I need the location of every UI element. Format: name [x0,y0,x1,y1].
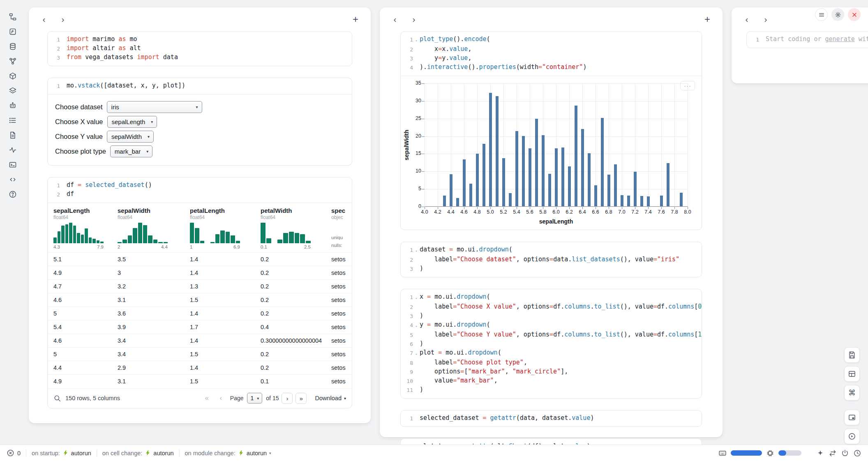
code-line[interactable]: 1mo.vstack([dataset, x, y, plot]) [48,81,352,90]
picture-in-picture-button[interactable] [844,410,860,425]
code-editor[interactable]: 1import marimo as mo2import altair as al… [48,32,352,66]
menu-button[interactable] [815,8,828,21]
code-line[interactable]: 5 label="Choose Y value", options=df.col… [401,330,702,339]
code-editor[interactable]: 1Start coding or generate with [747,32,868,48]
code-line[interactable]: 2 x=x.value, [401,45,702,54]
last-page-button[interactable]: » [295,393,307,404]
scroll-right-button[interactable]: › [760,13,772,25]
data-sources-icon[interactable] [7,40,19,53]
save-button[interactable] [844,347,860,363]
scratchpad-icon[interactable] [7,159,19,171]
table-row[interactable]: 4.93.11.50.1setos [48,375,352,388]
code-line[interactable]: 8 label="Choose plot type", [401,358,702,367]
autorun-cell-change-chip[interactable]: on cell change: autorun [102,450,174,456]
clock-icon[interactable] [853,449,861,457]
files-icon[interactable] [7,11,19,23]
code-line[interactable]: 3from vega_datasets import data [48,53,352,62]
compare-arrows-icon[interactable] [829,449,837,457]
table-row[interactable]: 5.13.51.40.2setos [48,253,352,266]
code-editor[interactable]: 1▾plot_type().encode(2 x=x.value,3 y=y.v… [401,32,702,76]
column-header[interactable]: sepalWidthfloat64 [113,203,186,221]
code-line[interactable]: 9 options=["mark_bar", "mark_circle"], [401,367,702,376]
code-line[interactable]: 7▾plot = mo.ui.dropdown( [401,348,702,358]
next-page-button[interactable]: › [282,393,293,404]
plot-type-select[interactable]: mark_bar▾ [110,145,152,157]
scroll-left-button[interactable]: ‹ [389,13,401,25]
shutdown-button[interactable] [848,8,861,21]
add-cell-button[interactable]: + [701,13,713,25]
code-editor[interactable]: 1selected_dataset = getattr(data, datase… [401,410,702,426]
autorun-startup-chip[interactable]: on startup: autorun [32,450,91,456]
table-row[interactable]: 4.73.21.30.2setos [48,280,352,293]
code-line[interactable]: 4).interactive().properties(width="conta… [401,63,702,72]
x-value-select[interactable]: sepalLength▾ [107,116,157,128]
code-editor[interactable]: 1▾dataset = mo.ui.dropdown(2 label="Choo… [401,242,702,277]
keyboard-icon[interactable] [718,449,727,457]
logs-icon[interactable] [7,114,19,127]
column-header[interactable]: specobjec [327,203,352,221]
table-row[interactable]: 4.63.41.40.30000000000000004setos [48,334,352,348]
memory-chip-icon[interactable] [766,449,774,457]
table-row[interactable]: 53.41.50.2setos [48,348,352,361]
settings-button[interactable] [831,8,844,21]
table-row[interactable]: 53.61.40.2setos [48,307,352,320]
error-indicator[interactable]: 0 [7,449,21,457]
code-editor[interactable]: 1mo.vstack([dataset, x, y, plot]) [48,78,352,94]
code-editor[interactable]: 1▾x = mo.ui.dropdown(2 label="Choose X v… [401,289,702,398]
table-row[interactable]: 4.42.91.40.2setos [48,361,352,375]
packages-icon[interactable] [7,70,19,82]
download-button[interactable]: Download▾ [315,395,346,401]
code-line[interactable]: 4▾y = mo.ui.dropdown( [401,320,702,330]
code-line[interactable]: 1▾x = mo.ui.dropdown( [401,293,702,302]
code-line[interactable]: 2 label="Choose dataset", options=data.l… [401,255,702,264]
table-row[interactable]: 4.63.11.50.2setos [48,293,352,307]
add-cell-button[interactable]: + [349,13,362,25]
run-button[interactable] [844,429,860,444]
code-line[interactable]: 2 label="Choose X value", options=df.col… [401,302,702,311]
column-header[interactable]: petalLengthfloat64 [186,203,256,221]
code-line[interactable]: 3 y=y.value, [401,54,702,63]
page-select[interactable]: 1▾ [247,393,263,403]
scroll-right-button[interactable]: › [408,13,420,25]
autorun-module-change-chip[interactable]: on module change: autorun ▾ [185,450,271,456]
table-row[interactable]: 5.43.91.70.4setos [48,320,352,334]
outline-icon[interactable] [7,85,19,97]
snippets-icon[interactable] [7,173,19,186]
code-editor[interactable]: 1df = selected_dataset()2df [48,177,352,203]
variables-icon[interactable] [7,25,19,38]
code-line[interactable]: 1▾plot_type().encode( [401,35,702,45]
tracing-icon[interactable] [7,144,19,156]
code-line[interactable]: 1Start coding or generate with [747,35,868,44]
table-search-icon[interactable] [53,394,61,402]
help-icon[interactable] [7,188,19,201]
table-row[interactable]: 4.931.40.2setos [48,266,352,280]
code-line[interactable]: 1▾dataset = mo.ui.dropdown( [401,245,702,255]
scroll-left-button[interactable]: ‹ [38,13,50,25]
column-header[interactable]: sepalLengthfloat64 [48,203,113,221]
code-line[interactable]: 2import altair as alt [48,44,352,53]
layout-grid-button[interactable] [844,366,860,382]
first-page-button[interactable]: « [201,393,212,404]
scroll-right-button[interactable]: › [57,13,69,25]
code-line[interactable]: 3) [401,311,702,320]
code-line[interactable]: 3) [401,264,702,273]
documentation-icon[interactable] [7,129,19,141]
code-line[interactable]: 1import marimo as mo [48,35,352,44]
code-line[interactable]: 6) [401,339,702,348]
y-value-select[interactable]: sepalWidth▾ [107,131,154,143]
chart-plot-area[interactable]: 051015202530354.04.24.44.64.85.05.25.45.… [425,83,688,207]
code-line[interactable]: 10 value="mark_bar", [401,376,702,385]
dataset-select[interactable]: iris▾ [107,101,202,113]
chat-bot-icon[interactable] [7,99,19,112]
ai-sparkle-icon[interactable] [816,449,824,457]
scroll-left-button[interactable]: ‹ [741,13,753,25]
power-icon[interactable] [841,449,849,457]
dependencies-icon[interactable] [7,55,19,67]
column-header[interactable]: petalWidthfloat64 [256,203,327,221]
code-line[interactable]: 11) [401,385,702,394]
altair-chart[interactable]: sepalWidth 051015202530354.04.24.44.64.8… [425,83,688,225]
prev-page-button[interactable]: ‹ [215,393,226,404]
keyboard-shortcuts-button[interactable]: ⌘ [844,385,860,401]
code-line[interactable]: 1df = selected_dataset() [48,181,352,190]
code-line[interactable]: 2df [48,190,352,199]
